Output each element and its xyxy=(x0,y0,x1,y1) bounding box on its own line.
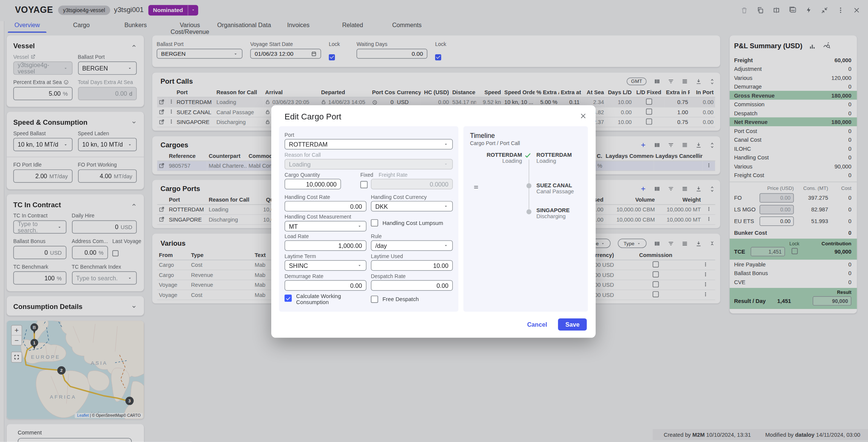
chevron-down-icon xyxy=(443,243,448,248)
reason-for-call-select: Loading xyxy=(284,159,453,170)
timeline-item[interactable]: SINGAPORE Discharging xyxy=(536,207,574,219)
check-icon xyxy=(524,152,532,159)
timeline-axis xyxy=(522,152,536,219)
handling-cost-lumpsum-checkbox[interactable] xyxy=(371,219,378,226)
free-despatch-label: Free Despatch xyxy=(382,296,419,302)
despatch-rate-label: Despatch Rate xyxy=(371,273,405,279)
handling-cost-rate-label: Handling Cost Rate xyxy=(284,194,330,200)
timeline-title: Timeline xyxy=(463,126,588,140)
handling-cost-rate-input[interactable]: 0.00 xyxy=(284,201,366,211)
handling-cost-measurement-select[interactable]: MT xyxy=(284,221,366,231)
timeline-subtitle: Cargo Port / Port Call xyxy=(463,140,588,152)
handling-cost-currency-select[interactable]: DKK xyxy=(371,201,452,211)
laytime-term-label: Laytime Term xyxy=(284,253,316,259)
laytime-term-select[interactable]: SHINC xyxy=(284,260,366,271)
chevron-down-icon xyxy=(443,162,448,167)
save-button[interactable]: Save xyxy=(558,318,587,330)
handling-cost-measurement-label: Handling Cost Measurement xyxy=(284,214,351,220)
calc-working-consumption-label: Calculate Working Consumption xyxy=(296,293,356,305)
free-despatch-checkbox[interactable] xyxy=(371,296,378,303)
demurrage-rate-input[interactable]: 0.00 xyxy=(284,280,366,291)
load-rate-input[interactable]: 1,000.00 xyxy=(284,240,366,251)
timeline-dot xyxy=(526,209,531,214)
laytime-used-input[interactable]: 10.00 xyxy=(371,260,452,271)
freight-rate-label: Freight Rate xyxy=(379,172,408,178)
voyage-app: VOYAGE y3tsgioe4g-vessel y3tsgi001 Nomin… xyxy=(0,0,868,442)
timeline-dot xyxy=(526,183,531,188)
demurrage-rate-label: Demurrage Rate xyxy=(284,273,323,279)
close-icon[interactable] xyxy=(579,112,587,119)
chevron-down-icon xyxy=(357,224,362,229)
handling-cost-lumpsum-field: Handling Cost Lumpsum xyxy=(371,219,443,226)
fixed-checkbox[interactable] xyxy=(361,181,368,188)
chevron-down-icon xyxy=(443,142,448,147)
dialog-title: Edit Cargo Port xyxy=(284,112,341,121)
chevron-down-icon xyxy=(357,263,362,268)
drag-handle-icon[interactable] xyxy=(470,152,482,219)
timeline-panel: Timeline Cargo Port / Port Call ROTTERDA… xyxy=(463,126,588,312)
cancel-button[interactable]: Cancel xyxy=(527,321,547,328)
handling-cost-currency-label: Handling Cost Currency xyxy=(371,194,426,200)
cargo-quantity-label: Cargo Quantity xyxy=(284,172,320,178)
laytime-used-label: Laytime Used xyxy=(371,253,403,259)
timeline-item[interactable]: ROTTERDAM Loading xyxy=(536,152,574,164)
edit-cargo-port-dialog: Edit Cargo Port Port ROTTERDAM Reason fo… xyxy=(271,105,596,338)
calc-working-consumption-checkbox[interactable] xyxy=(284,295,292,302)
cargo-quantity-input[interactable]: 10,000.000 xyxy=(284,179,341,190)
load-rate-label: Load Rate xyxy=(284,233,309,239)
port-select[interactable]: ROTTERDAM xyxy=(284,139,453,150)
port-label: Port xyxy=(284,132,294,138)
freight-rate-input: 0.0000 xyxy=(371,179,452,190)
chevron-down-icon xyxy=(443,204,448,209)
despatch-rate-input[interactable]: 0.00 xyxy=(371,280,452,291)
timeline-cargo-port[interactable]: ROTTERDAM Loading xyxy=(482,152,522,219)
free-despatch-field: Free Despatch xyxy=(371,296,419,303)
timeline-item[interactable]: SUEZ CANAL Canal Passage xyxy=(536,182,574,194)
calc-working-consumption-field: Calculate Working Consumption xyxy=(284,293,356,305)
reason-for-call-label: Reason for Call xyxy=(284,152,321,158)
rule-label: Rule xyxy=(371,233,382,239)
rule-select[interactable]: /day xyxy=(371,240,452,251)
handling-cost-lumpsum-label: Handling Cost Lumpsum xyxy=(382,220,443,226)
cargo-port-form: Port ROTTERDAM Reason for Call Loading C… xyxy=(279,126,458,312)
